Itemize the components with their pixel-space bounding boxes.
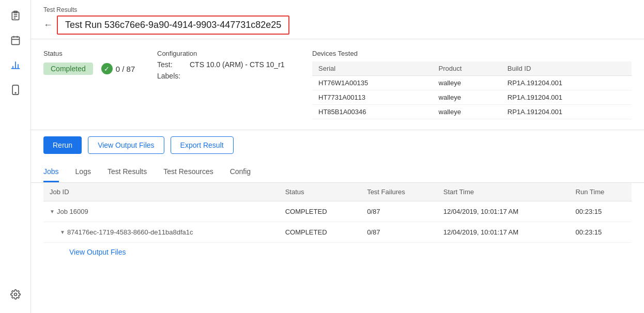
devices-table-row: HT76W1A00135 walleye RP1A.191204.001	[312, 76, 632, 90]
expand-job-button[interactable]: ▼ Job 16009	[50, 208, 88, 215]
devices-table: Serial Product Build ID HT76W1A00135 wal…	[312, 61, 632, 119]
svg-point-15	[14, 293, 17, 296]
tab-test-resources[interactable]: Test Resources	[163, 162, 213, 182]
export-result-button[interactable]: Export Result	[171, 136, 234, 154]
title-row: ← Test Run 536c76e6-9a90-4914-9903-44773…	[43, 15, 632, 35]
devices-table-row: HT85B1A00346 walleye RP1A.191204.001	[312, 105, 632, 119]
job-id-cell: ▼ Job 16009	[43, 201, 279, 222]
tabs-section: JobsLogsTest ResultsTest ResourcesConfig	[31, 162, 644, 183]
tab-logs[interactable]: Logs	[75, 162, 91, 182]
job-id-cell: ▼ 874176ec-1719-4583-8660-de11ba8dfa1c	[43, 222, 279, 243]
pass-count: 0 / 87	[116, 65, 135, 73]
view-output-button[interactable]: View Output Files	[88, 136, 164, 154]
config-labels-key: Labels:	[157, 72, 186, 80]
header-section: Test Results ← Test Run 536c76e6-9a90-49…	[31, 0, 644, 39]
devices-col-serial: Serial	[312, 61, 433, 76]
device-build: RP1A.191204.001	[501, 105, 632, 119]
sidebar-icon-chart[interactable]	[5, 55, 26, 75]
info-section: Status Completed ✓ 0 / 87 Configuration …	[31, 39, 644, 130]
devices-col-build: Build ID	[501, 61, 632, 76]
devices-block: Devices Tested Serial Product Build ID H…	[312, 50, 632, 119]
view-output-files-link[interactable]: View Output Files	[43, 243, 632, 261]
config-test-key: Test:	[157, 60, 186, 69]
chevron-icon: ▼	[50, 209, 55, 214]
job-failures-cell: 0/87	[361, 222, 437, 243]
breadcrumb: Test Results	[43, 6, 632, 13]
jobs-col-start: Start Time	[437, 183, 570, 201]
device-serial: HT7731A00113	[312, 90, 433, 105]
pass-icon: ✓	[101, 63, 113, 74]
job-failures-cell: 0/87	[361, 201, 437, 222]
back-button[interactable]: ←	[43, 20, 53, 30]
config-label: Configuration	[157, 50, 292, 57]
pass-indicator: ✓ 0 / 87	[101, 63, 135, 74]
actions-section: Rerun View Output Files Export Result	[31, 130, 644, 154]
jobs-col-failures: Test Failures	[361, 183, 437, 201]
job-start-cell: 12/04/2019, 10:01:17 AM	[437, 201, 570, 222]
job-status-cell: COMPLETED	[279, 201, 361, 222]
job-runtime-cell: 00:23:15	[570, 201, 632, 222]
test-run-title: Test Run 536c76e6-9a90-4914-9903-447731c…	[57, 15, 289, 35]
jobs-table-row: ▼ 874176ec-1719-4583-8660-de11ba8dfa1c C…	[43, 222, 632, 243]
devices-title: Devices Tested	[312, 50, 632, 57]
device-product: walleye	[433, 90, 501, 105]
svg-rect-5	[11, 37, 19, 44]
status-badge: Completed	[43, 62, 93, 75]
config-labels-row: Labels:	[157, 72, 292, 80]
jobs-col-runtime: Run Time	[570, 183, 632, 201]
jobs-table-header: Job ID Status Test Failures Start Time R…	[43, 183, 632, 201]
tab-test-results[interactable]: Test Results	[108, 162, 147, 182]
sidebar-icon-mobile[interactable]	[5, 80, 26, 100]
tab-jobs[interactable]: Jobs	[43, 162, 59, 182]
device-product: walleye	[433, 105, 501, 119]
status-label: Status	[43, 50, 136, 57]
tab-config[interactable]: Config	[230, 162, 251, 182]
sidebar-icon-settings[interactable]	[5, 284, 26, 305]
jobs-col-id: Job ID	[43, 183, 279, 201]
sidebar-icon-calendar[interactable]	[5, 30, 26, 51]
devices-col-product: Product	[433, 61, 501, 76]
config-test-value: CTS 10.0 (ARM) - CTS 10_r1	[190, 60, 285, 69]
status-block: Status Completed ✓ 0 / 87	[43, 50, 136, 119]
sidebar-icon-clipboard[interactable]	[5, 5, 26, 26]
sidebar	[0, 0, 31, 313]
main-content: Test Results ← Test Run 536c76e6-9a90-49…	[31, 0, 644, 313]
job-start-cell: 12/04/2019, 10:01:17 AM	[437, 222, 570, 243]
jobs-table-row: ▼ Job 16009 COMPLETED 0/87 12/04/2019, 1…	[43, 201, 632, 222]
device-serial: HT85B1A00346	[312, 105, 433, 119]
device-product: walleye	[433, 76, 501, 90]
device-serial: HT76W1A00135	[312, 76, 433, 90]
svg-point-14	[15, 92, 16, 93]
jobs-col-status: Status	[279, 183, 361, 201]
job-status-cell: COMPLETED	[279, 222, 361, 243]
device-build: RP1A.191204.001	[501, 90, 632, 105]
chevron-icon: ▼	[60, 229, 65, 235]
job-runtime-cell: 00:23:15	[570, 222, 632, 243]
config-block: Configuration Test: CTS 10.0 (ARM) - CTS…	[157, 50, 292, 119]
jobs-table: Job ID Status Test Failures Start Time R…	[43, 183, 632, 243]
table-section: Job ID Status Test Failures Start Time R…	[31, 183, 644, 261]
rerun-button[interactable]: Rerun	[43, 136, 82, 154]
config-test-row: Test: CTS 10.0 (ARM) - CTS 10_r1	[157, 60, 292, 69]
expand-job-button[interactable]: ▼ 874176ec-1719-4583-8660-de11ba8dfa1c	[50, 228, 193, 236]
device-build: RP1A.191204.001	[501, 76, 632, 90]
devices-table-row: HT7731A00113 walleye RP1A.191204.001	[312, 90, 632, 105]
